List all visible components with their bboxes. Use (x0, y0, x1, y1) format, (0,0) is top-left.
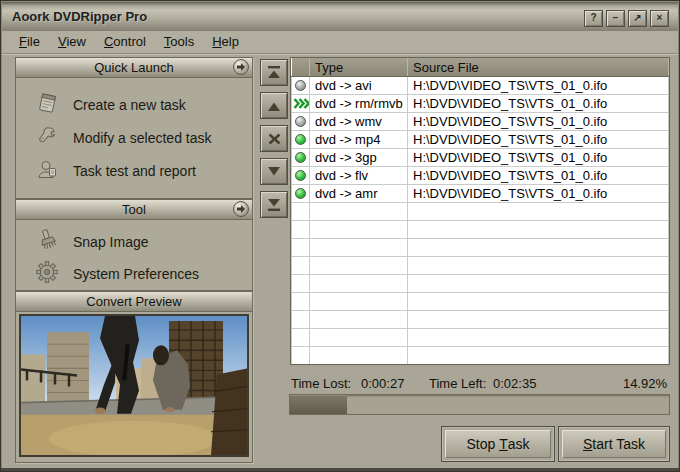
brush-icon (36, 229, 58, 255)
modify-task-item[interactable]: Modify a selected task (16, 121, 252, 154)
task-source: H:\DVD\VIDEO_TS\VTS_01_0.ifo (408, 185, 669, 203)
table-row[interactable]: dvd -> flv H:\DVD\VIDEO_TS\VTS_01_0.ifo (292, 167, 669, 185)
empty-row (292, 257, 669, 275)
source-column-header[interactable]: Source File (408, 58, 669, 77)
menu-tools[interactable]: Tools (155, 32, 203, 52)
move-up-button[interactable] (260, 92, 288, 119)
empty-row (292, 203, 669, 221)
empty-row (292, 275, 669, 293)
status-column-header[interactable] (292, 58, 310, 77)
quick-launch-collapse-button[interactable] (233, 59, 249, 75)
delete-task-button[interactable] (260, 125, 288, 152)
progress-bar (289, 394, 670, 415)
create-new-task-item[interactable]: Create a new task (16, 88, 252, 121)
task-type: dvd -> flv (310, 167, 408, 185)
start-task-button[interactable]: Start Task (558, 426, 670, 462)
move-down-icon (267, 166, 281, 178)
task-source: H:\DVD\VIDEO_TS\VTS_01_0.ifo (408, 149, 669, 167)
progress-percent: 14.92% (623, 376, 667, 391)
tool-header: Tool (16, 200, 252, 220)
status-icon (292, 185, 309, 202)
task-source: H:\DVD\VIDEO_TS\VTS_01_0.ifo (408, 77, 669, 95)
wrench-icon (36, 125, 58, 151)
table-header-row: Type Source File (292, 58, 669, 77)
stop-task-button[interactable]: Stop Task (441, 426, 555, 462)
time-left-label: Time Left: (429, 376, 486, 391)
progress-fill (290, 395, 347, 414)
empty-row (292, 329, 669, 347)
window-title: Aoork DVDRipper Pro (12, 9, 147, 24)
task-type: dvd -> avi (310, 77, 408, 95)
move-bottom-button[interactable] (260, 191, 288, 218)
empty-row (292, 347, 669, 365)
time-lost-value: 0:00:27 (361, 376, 404, 391)
move-top-button[interactable] (260, 59, 288, 86)
task-type: dvd -> 3gp (310, 149, 408, 167)
menu-help[interactable]: Help (203, 32, 248, 52)
task-source: H:\DVD\VIDEO_TS\VTS_01_0.ifo (408, 131, 669, 149)
window-bottom-border (1, 468, 679, 471)
time-lost-label: Time Lost: (291, 376, 351, 391)
task-table: Type Source File dvd -> avi H:\DVD\VIDEO… (290, 57, 670, 365)
status-icon (292, 131, 309, 148)
tool-collapse-button[interactable] (233, 201, 249, 217)
status-icon (292, 167, 309, 184)
table-row[interactable]: dvd -> avi H:\DVD\VIDEO_TS\VTS_01_0.ifo (292, 77, 669, 95)
table-row[interactable]: dvd -> rm/rmvb H:\DVD\VIDEO_TS\VTS_01_0.… (292, 95, 669, 113)
quick-launch-panel: Quick Launch Create a new task Modify a … (15, 57, 253, 199)
move-top-icon (267, 66, 281, 79)
title-bar[interactable]: Aoork DVDRipper Pro ? − ↗ × (2, 2, 678, 31)
maximize-button[interactable]: ↗ (628, 10, 647, 27)
task-type: dvd -> rm/rmvb (310, 95, 408, 113)
time-left-value: 0:02:35 (493, 376, 536, 391)
task-source: H:\DVD\VIDEO_TS\VTS_01_0.ifo (408, 95, 669, 113)
menu-view[interactable]: View (49, 32, 95, 52)
move-up-icon (267, 100, 281, 112)
gear-icon (36, 261, 58, 287)
caption-buttons: ? − ↗ × (584, 10, 669, 27)
quick-launch-header: Quick Launch (16, 58, 252, 78)
task-source: H:\DVD\VIDEO_TS\VTS_01_0.ifo (408, 113, 669, 131)
convert-preview-header: Convert Preview (16, 292, 252, 312)
empty-row (292, 239, 669, 257)
menu-control[interactable]: Control (95, 32, 155, 52)
status-icon (292, 77, 309, 94)
empty-row (292, 311, 669, 329)
minimize-button[interactable]: − (606, 10, 625, 27)
table-row[interactable]: dvd -> amr H:\DVD\VIDEO_TS\VTS_01_0.ifo (292, 185, 669, 203)
delete-x-icon (268, 133, 281, 145)
menu-file[interactable]: File (10, 32, 49, 52)
arrow-right-icon (236, 62, 246, 72)
close-button[interactable]: × (650, 10, 669, 27)
task-test-report-item[interactable]: Task test and report (16, 154, 252, 187)
convert-preview-panel: Convert Preview (15, 291, 253, 463)
task-type: dvd -> mp4 (310, 131, 408, 149)
task-source: H:\DVD\VIDEO_TS\VTS_01_0.ifo (408, 167, 669, 185)
preview-image (19, 314, 249, 457)
task-type: dvd -> wmv (310, 113, 408, 131)
move-bottom-icon (267, 198, 281, 211)
table-row[interactable]: dvd -> mp4 H:\DVD\VIDEO_TS\VTS_01_0.ifo (292, 131, 669, 149)
snap-image-item[interactable]: Snap Image (16, 226, 252, 258)
tool-panel: Tool Snap Image System Preferences (15, 199, 253, 291)
empty-row (292, 221, 669, 239)
table-row[interactable]: dvd -> wmv H:\DVD\VIDEO_TS\VTS_01_0.ifo (292, 113, 669, 131)
status-icon (292, 113, 309, 130)
table-row[interactable]: dvd -> 3gp H:\DVD\VIDEO_TS\VTS_01_0.ifo (292, 149, 669, 167)
empty-row (292, 365, 669, 366)
help-button[interactable]: ? (584, 10, 603, 27)
type-column-header[interactable]: Type (310, 58, 408, 77)
report-icon (36, 158, 58, 184)
system-preferences-item[interactable]: System Preferences (16, 258, 252, 290)
empty-row (292, 293, 669, 311)
arrow-right-icon (236, 204, 246, 214)
move-down-button[interactable] (260, 158, 288, 185)
task-type: dvd -> amr (310, 185, 408, 203)
app-window: Aoork DVDRipper Pro ? − ↗ × File View Co… (0, 0, 680, 472)
status-icon (292, 95, 309, 112)
status-icon (292, 149, 309, 166)
menu-bar: File View Control Tools Help (2, 31, 678, 54)
new-task-icon (36, 92, 58, 118)
